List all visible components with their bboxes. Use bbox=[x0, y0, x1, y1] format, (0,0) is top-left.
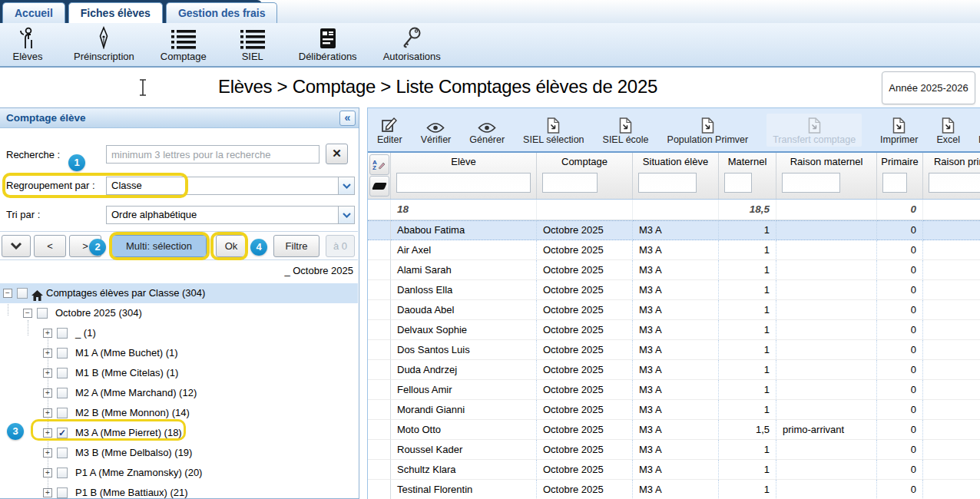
column-filter-input[interactable] bbox=[782, 173, 840, 193]
nav-button-expand[interactable] bbox=[2, 235, 31, 257]
cell-raison-primaire bbox=[923, 360, 980, 380]
sort-select[interactable]: Ordre alphabétique bbox=[106, 206, 355, 224]
grouping-select[interactable]: Classe bbox=[106, 177, 355, 195]
tree-expand-toggle[interactable]: + bbox=[43, 329, 52, 338]
cell-comptage: Octobre 2025 bbox=[537, 300, 633, 320]
tree-checkbox[interactable] bbox=[57, 368, 68, 378]
cell-eleve: Roussel Kader bbox=[391, 440, 537, 460]
sort-az-button[interactable]: AZ bbox=[369, 154, 389, 175]
tree-expand-toggle[interactable]: + bbox=[43, 428, 52, 438]
tree-item-m3-b-mme-delbalso-19[interactable]: +M3 B (Mme Delbalso) (19) bbox=[0, 443, 358, 463]
grid-toolbar-editer[interactable]: Editer bbox=[377, 115, 402, 145]
search-input[interactable] bbox=[106, 145, 319, 164]
toolbar-item-pr-inscription[interactable]: Préinscription bbox=[74, 25, 134, 62]
tree-expand-toggle[interactable]: + bbox=[43, 368, 52, 378]
nav-button-filtre[interactable]: Filtre bbox=[273, 235, 319, 257]
table-row[interactable]: Fellous AmirOctobre 2025M3 A10 bbox=[368, 380, 980, 400]
tree-expand-toggle[interactable]: + bbox=[43, 448, 52, 458]
tree-expand-toggle[interactable]: + bbox=[43, 468, 52, 478]
table-row[interactable]: Duda AndrzejOctobre 2025M3 A10 bbox=[368, 360, 980, 380]
tab-gestion-des-frais[interactable]: Gestion des frais bbox=[166, 2, 278, 23]
table-row[interactable]: Dos Santos LuisOctobre 2025M3 A10 bbox=[368, 340, 980, 360]
column-filter-input[interactable] bbox=[882, 173, 907, 193]
table-row[interactable]: Ababou FatimaOctobre 2025M3 A10 bbox=[368, 220, 980, 240]
school-year-button[interactable]: Année 2025-2026 bbox=[882, 71, 975, 104]
tree-item-m2-b-mme-monnon-14[interactable]: +M2 B (Mme Monnon) (14) bbox=[0, 403, 358, 423]
table-row[interactable]: Danloss EllaOctobre 2025M3 A10 bbox=[368, 280, 980, 300]
tree-checkbox[interactable] bbox=[57, 328, 68, 339]
tree-item-p1-b-mme-battiaux-21[interactable]: +P1 B (Mme Battiaux) (21) bbox=[0, 483, 358, 499]
cell-eleve: Daouda Abel bbox=[391, 300, 537, 320]
cell-situation: M3 A bbox=[633, 300, 719, 320]
tree-item-m1-b-mme-citelas-1[interactable]: +M1 B (Mme Citelas) (1) bbox=[0, 363, 358, 383]
grid-toolbar-population-primver[interactable]: Population Primver bbox=[667, 115, 749, 145]
chevron-down-icon[interactable] bbox=[338, 207, 354, 223]
column-filter-input[interactable] bbox=[542, 173, 598, 193]
toolbar-item-el-ves[interactable]: Elèves bbox=[8, 25, 48, 62]
tree-checkbox[interactable] bbox=[57, 448, 68, 458]
eraser-button[interactable] bbox=[369, 176, 389, 197]
tree-checkbox[interactable] bbox=[57, 348, 68, 359]
column-filter-input[interactable] bbox=[724, 173, 752, 193]
table-row[interactable]: Morandi GianniOctobre 2025M3 A10 bbox=[368, 400, 980, 420]
grid-toolbar-imprimer[interactable]: Imprimer bbox=[880, 115, 918, 145]
tree-expand-toggle[interactable]: + bbox=[43, 388, 52, 398]
column-filter-input[interactable] bbox=[396, 173, 531, 193]
tab-fiches-l-ves[interactable]: Fiches élèves bbox=[68, 2, 163, 23]
tree-expand-toggle[interactable]: + bbox=[43, 488, 52, 497]
tree-checkbox[interactable] bbox=[57, 487, 68, 498]
grid-toolbar-siel-s-lection[interactable]: SIEL sélection bbox=[523, 115, 584, 145]
nav-button-[interactable]: < bbox=[34, 235, 66, 257]
column-header-primaire[interactable]: Primaire bbox=[877, 153, 923, 199]
tree-checkbox[interactable] bbox=[17, 288, 28, 299]
toolbar-item-siel[interactable]: SIEL bbox=[233, 25, 273, 62]
collapse-panel-button[interactable]: « bbox=[339, 111, 356, 126]
table-row[interactable]: Delvaux SophieOctobre 2025M3 A10 bbox=[368, 320, 980, 340]
table-row[interactable]: Air AxelOctobre 2025M3 A10 bbox=[368, 240, 980, 260]
column-filter-input[interactable] bbox=[638, 173, 697, 193]
grid-toolbar-v-rifier[interactable]: Vérifier bbox=[421, 115, 452, 145]
tree-item-comptages-l-ves-par-classe-304[interactable]: −Comptages élèves par Classe (304) bbox=[0, 283, 358, 303]
nav-button-multi-s-lection[interactable]: Multi: sélection bbox=[111, 235, 207, 257]
chevron-down-icon[interactable] bbox=[338, 177, 354, 194]
tree-checkbox[interactable]: ✓ bbox=[57, 428, 68, 438]
table-row[interactable]: Alami SarahOctobre 2025M3 A10 bbox=[368, 260, 980, 280]
toolbar-item-d-lib-rations[interactable]: Délibérations bbox=[299, 25, 357, 62]
tree-expand-toggle[interactable]: + bbox=[43, 349, 52, 358]
tree-collapse-toggle[interactable]: − bbox=[23, 309, 32, 318]
tree-checkbox[interactable] bbox=[57, 408, 68, 418]
toolbar-item-comptage[interactable]: Comptage bbox=[161, 25, 207, 62]
tree-item-m2-a-mme-marchand-12[interactable]: +M2 A (Mme Marchand) (12) bbox=[0, 383, 358, 403]
grid-toolbar-siel-cole[interactable]: SIEL école bbox=[603, 115, 649, 145]
column-header-raison-primaire[interactable]: Raison primaire bbox=[923, 153, 980, 199]
tree-expand-toggle[interactable]: + bbox=[43, 408, 52, 418]
table-row[interactable]: Schultz KlaraOctobre 2025M3 A10 bbox=[368, 460, 980, 480]
column-header-label: Elève bbox=[391, 156, 536, 167]
tree-item-m1-a-mme-buchet-1[interactable]: +M1 A (Mme Buchet) (1) bbox=[0, 343, 358, 363]
grid-toolbar-excel[interactable]: Excel bbox=[936, 115, 960, 145]
column-header-maternel[interactable]: Maternel bbox=[719, 153, 776, 199]
column-filter-input[interactable] bbox=[929, 173, 980, 193]
tree-checkbox[interactable] bbox=[57, 388, 68, 398]
tree-checkbox[interactable] bbox=[37, 308, 48, 319]
clear-search-button[interactable]: ✕ bbox=[326, 144, 348, 164]
toolbar-item-autorisations[interactable]: Autorisations bbox=[383, 25, 441, 62]
column-header-raison-maternel[interactable]: Raison maternel bbox=[776, 153, 877, 199]
cell-primaire: 0 bbox=[877, 260, 923, 280]
tree-item-octobre-2025-304[interactable]: −Octobre 2025 (304) bbox=[0, 303, 358, 323]
tree-item-1[interactable]: +_ (1) bbox=[0, 323, 358, 343]
table-row[interactable]: Roussel KaderOctobre 2025M3 A10 bbox=[368, 440, 980, 460]
column-header-eleve[interactable]: Elève bbox=[391, 153, 537, 199]
tree-collapse-toggle[interactable]: − bbox=[3, 289, 12, 298]
grid-toolbar-g-n-rer[interactable]: Générer bbox=[469, 115, 505, 145]
column-header-comptage[interactable]: Comptage bbox=[537, 153, 633, 199]
column-header-situation[interactable]: Situation élève bbox=[633, 153, 719, 199]
tree-checkbox[interactable] bbox=[57, 468, 68, 478]
table-row[interactable]: Testinal FlorentinOctobre 2025M3 A10 bbox=[368, 480, 980, 499]
tree-item-m3-a-mme-pierret-18[interactable]: +✓M3 A (Mme Pierret) (18) bbox=[0, 423, 358, 443]
tab-accueil[interactable]: Accueil bbox=[2, 2, 65, 23]
tree-item-p1-a-mme-znamonsky-20[interactable]: +P1 A (Mme Znamonsky) (20) bbox=[0, 463, 358, 483]
nav-button-ok[interactable]: Ok bbox=[216, 235, 247, 257]
table-row[interactable]: Moto OttoOctobre 2025M3 A1,5primo-arriva… bbox=[368, 420, 980, 440]
table-row[interactable]: Daouda AbelOctobre 2025M3 A10 bbox=[368, 300, 980, 320]
